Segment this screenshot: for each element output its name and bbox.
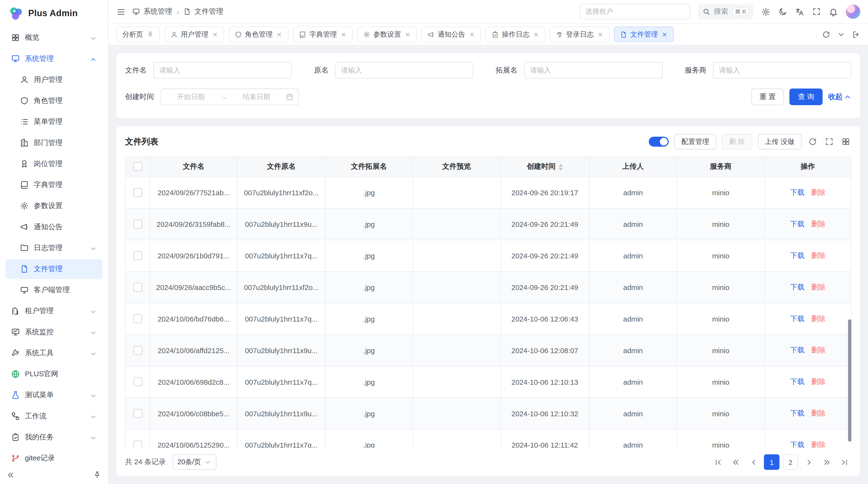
delete-link[interactable]: 删除	[811, 314, 826, 323]
row-checkbox[interactable]	[133, 346, 142, 355]
download-link[interactable]: 下载	[790, 314, 805, 323]
download-link[interactable]: 下载	[790, 346, 805, 354]
sidebar-collapse-button[interactable]	[7, 471, 15, 479]
sidebar-item-file-mgmt[interactable]: 文件管理	[5, 259, 102, 279]
sidebar-item-my-tasks[interactable]: 我的任务	[5, 427, 102, 447]
row-checkbox[interactable]	[133, 315, 142, 323]
tab-login-log[interactable]: 登录日志	[550, 27, 609, 42]
sidebar-item-system-tools[interactable]: 系统工具	[5, 343, 102, 363]
global-search-button[interactable]: 搜索 ⌘ K	[698, 4, 753, 19]
originalname-input[interactable]	[335, 62, 473, 78]
sidebar-item-log-mgmt[interactable]: 日志管理	[5, 238, 102, 258]
close-icon[interactable]	[212, 31, 218, 37]
user-avatar[interactable]	[846, 4, 860, 19]
download-link[interactable]: 下载	[790, 283, 805, 291]
page-size-select[interactable]: 20条/页	[173, 454, 217, 470]
row-checkbox[interactable]	[133, 441, 142, 448]
fullscreen-icon[interactable]	[812, 7, 821, 16]
sidebar-item-workflow[interactable]: 工作流	[5, 406, 102, 426]
download-link[interactable]: 下载	[790, 220, 805, 228]
delete-link[interactable]: 删除	[811, 188, 826, 196]
close-icon[interactable]	[597, 31, 603, 37]
tenant-select-input[interactable]	[579, 4, 690, 19]
delete-link[interactable]: 删除	[811, 409, 826, 417]
notification-bell-icon[interactable]	[829, 7, 838, 17]
delete-link[interactable]: 删除	[811, 346, 826, 354]
delete-link[interactable]: 删除	[811, 283, 826, 291]
row-checkbox[interactable]	[133, 378, 142, 386]
close-icon[interactable]	[661, 31, 667, 37]
download-link[interactable]: 下载	[790, 441, 805, 448]
delete-link[interactable]: 删除	[811, 220, 826, 228]
page-number-1[interactable]: 1	[764, 454, 779, 470]
tab-file-mgmt[interactable]: 文件管理	[614, 27, 674, 42]
next-page-button[interactable]	[802, 455, 816, 469]
row-checkbox[interactable]	[133, 220, 142, 229]
last-page-button[interactable]	[837, 455, 851, 469]
download-link[interactable]: 下载	[790, 378, 805, 386]
dark-mode-moon-icon[interactable]	[778, 7, 787, 16]
tab-analysis[interactable]: 分析页	[116, 27, 160, 42]
sort-carets-icon[interactable]	[558, 164, 563, 170]
tab-user-mgmt[interactable]: 用户管理	[164, 27, 224, 42]
refresh-page-icon[interactable]	[822, 30, 830, 38]
sidebar-item-tenant-mgmt[interactable]: 租户管理	[5, 301, 102, 321]
sidebar-item-system-mgmt[interactable]: 系统管理	[5, 49, 102, 69]
row-checkbox[interactable]	[133, 251, 142, 260]
close-icon[interactable]	[533, 31, 539, 37]
filename-input[interactable]	[153, 62, 292, 78]
sidebar-item-notice[interactable]: 通知公告	[5, 217, 102, 237]
jump-forward-button[interactable]	[819, 455, 834, 469]
prev-page-button[interactable]	[746, 455, 761, 469]
sidebar-item-overview[interactable]: 概览	[5, 28, 102, 48]
jump-back-button[interactable]	[728, 455, 743, 469]
delete-selected-button[interactable]: 删 除	[722, 134, 752, 150]
sidebar-item-client-mgmt[interactable]: 客户端管理	[5, 280, 102, 300]
collapse-filter-link[interactable]: 收起	[828, 92, 851, 102]
provider-input[interactable]	[713, 62, 851, 78]
sidebar-item-plus-website[interactable]: PLUS官网	[5, 364, 102, 384]
date-range-picker[interactable]: 开始日期 → 结束日期	[161, 89, 299, 105]
delete-link[interactable]: 删除	[811, 378, 826, 386]
table-fullscreen-icon[interactable]	[824, 136, 835, 147]
sidebar-pin-button[interactable]	[93, 471, 101, 479]
hamburger-menu-icon[interactable]	[116, 7, 126, 17]
tab-op-log[interactable]: 操作日志	[485, 27, 545, 42]
sidebar-item-dept-mgmt[interactable]: 部门管理	[5, 133, 102, 153]
tab-notice[interactable]: 通知公告	[421, 27, 481, 42]
extension-input[interactable]	[524, 62, 662, 78]
translate-icon[interactable]	[795, 7, 804, 17]
tab-param-settings[interactable]: 参数设置	[357, 27, 416, 42]
settings-gear-icon[interactable]	[761, 7, 771, 17]
pin-icon[interactable]	[146, 31, 154, 38]
sidebar-item-param-settings[interactable]: 参数设置	[5, 196, 102, 216]
config-management-button[interactable]: 配置管理	[674, 134, 716, 150]
download-link[interactable]: 下载	[790, 188, 805, 196]
row-checkbox[interactable]	[133, 283, 142, 292]
row-checkbox[interactable]	[133, 409, 142, 418]
close-icon[interactable]	[340, 31, 346, 37]
sidebar-item-menu-mgmt[interactable]: 菜单管理	[5, 112, 102, 132]
tab-dict-mgmt[interactable]: 字典管理	[292, 27, 352, 42]
sidebar-item-system-monitor[interactable]: 系统监控	[5, 322, 102, 342]
vertical-scrollbar-thumb[interactable]	[848, 319, 851, 442]
sidebar-item-role-mgmt[interactable]: 角色管理	[5, 91, 102, 111]
first-page-button[interactable]	[711, 455, 725, 469]
sidebar-item-user-mgmt[interactable]: 用户管理	[5, 70, 102, 90]
column-settings-grid-icon[interactable]	[840, 136, 851, 147]
delete-link[interactable]: 删除	[811, 441, 826, 448]
row-checkbox[interactable]	[133, 188, 142, 197]
search-panel-toggle[interactable]	[649, 137, 669, 147]
page-number-2[interactable]: 2	[783, 454, 798, 470]
sidebar-item-post-mgmt[interactable]: 岗位管理	[5, 154, 102, 174]
download-link[interactable]: 下载	[790, 251, 805, 259]
breadcrumb-item-file[interactable]: 文件管理	[194, 7, 223, 17]
tab-menu-chevron-down-icon[interactable]	[837, 30, 845, 38]
query-button[interactable]: 查 询	[789, 89, 823, 105]
reset-button[interactable]: 重 置	[751, 89, 784, 105]
delete-link[interactable]: 删除	[811, 251, 826, 259]
tab-role-mgmt[interactable]: 角色管理	[228, 27, 288, 42]
upload-button[interactable]: 上传 没做	[757, 134, 802, 150]
refresh-table-icon[interactable]	[807, 136, 818, 147]
sidebar-item-dict-mgmt[interactable]: 字典管理	[5, 175, 102, 195]
